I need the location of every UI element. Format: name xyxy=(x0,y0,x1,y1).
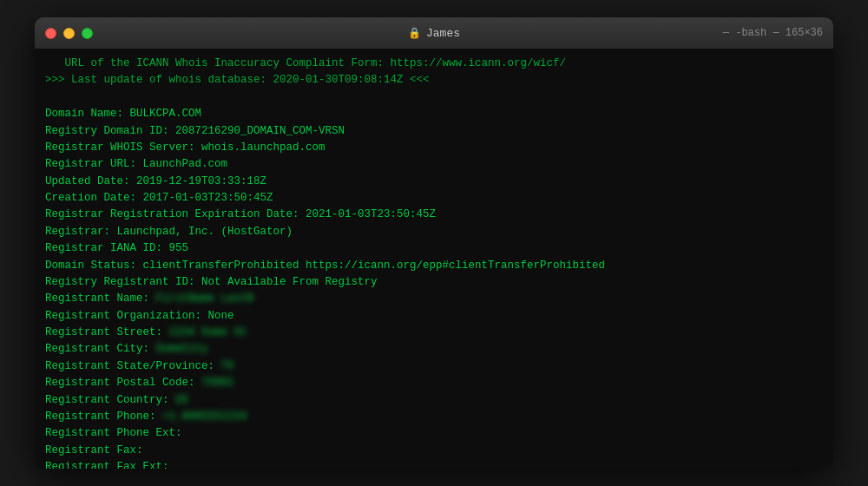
traffic-lights xyxy=(45,28,93,39)
terminal-line-blank1 xyxy=(45,89,823,106)
terminal-line-regcity: Registrant City: SomeCity xyxy=(45,341,823,358)
terminal-line-regfax: Registrant Fax: xyxy=(45,443,823,459)
terminal-line-updated: Updated Date: 2019-12-19T03:33:18Z xyxy=(45,174,823,190)
redacted-postal: 75001 xyxy=(201,375,234,391)
terminal-line-regstate: Registrant State/Province: TX xyxy=(45,358,823,375)
terminal-line-icann: URL of the ICANN Whois Inaccuracy Compla… xyxy=(45,56,823,72)
redacted-state: TX xyxy=(221,358,234,375)
terminal-line-iana: Registrar IANA ID: 955 xyxy=(45,240,823,257)
maximize-button[interactable] xyxy=(82,28,93,39)
terminal-line-lastupdate: >>> Last update of whois database: 2020-… xyxy=(45,72,823,89)
minimize-button[interactable] xyxy=(63,28,75,39)
terminal-line-whois: Registrar WHOIS Server: whois.launchpad.… xyxy=(45,140,823,156)
redacted-city: SomeCity xyxy=(156,341,208,358)
window-title: James xyxy=(426,27,460,40)
terminal-line-url: Registrar URL: LaunchPad.com xyxy=(45,156,823,173)
lock-icon: 🔒 xyxy=(408,27,421,40)
terminal-line-domainname: Domain Name: BULKCPA.COM xyxy=(45,106,823,122)
terminal-line-regstreet: Registrant Street: 1234 Some St xyxy=(45,325,823,341)
terminal-line-regorg: Registrant Organization: None xyxy=(45,308,823,325)
terminal-line-creation: Creation Date: 2017-01-03T23:50:45Z xyxy=(45,190,823,207)
terminal-line-regfaxext: Registrant Fax Ext: xyxy=(45,459,823,469)
redacted-country: US xyxy=(175,392,188,409)
terminal-line-regpostal: Registrant Postal Code: 75001 xyxy=(45,375,823,391)
terminal-line-regid: Registry Registrant ID: Not Available Fr… xyxy=(45,274,823,291)
titlebar-center: 🔒 James xyxy=(408,27,460,40)
terminal-body[interactable]: URL of the ICANN Whois Inaccuracy Compla… xyxy=(35,49,833,469)
terminal-line-registryid: Registry Domain ID: 2087216290_DOMAIN_CO… xyxy=(45,123,823,140)
redacted-phone: +1.8005551234 xyxy=(162,409,247,425)
titlebar: 🔒 James — -bash — 165×36 xyxy=(35,17,833,49)
titlebar-subtitle: — -bash — 165×36 xyxy=(723,27,823,39)
close-button[interactable] xyxy=(45,28,56,39)
terminal-line-status: Domain Status: clientTransferProhibited … xyxy=(45,258,823,274)
terminal-line-registrar: Registrar: Launchpad, Inc. (HostGator) xyxy=(45,224,823,240)
redacted-name: FirstName LastN xyxy=(156,291,254,307)
terminal-window: 🔒 James — -bash — 165×36 URL of the ICAN… xyxy=(35,17,833,469)
terminal-line-regname: Registrant Name: FirstName LastN xyxy=(45,291,823,307)
redacted-street: 1234 Some St xyxy=(169,325,247,341)
terminal-line-regcountry: Registrant Country: US xyxy=(45,392,823,409)
terminal-line-expiration: Registrar Registration Expiration Date: … xyxy=(45,207,823,223)
terminal-line-regphone: Registrant Phone: +1.8005551234 xyxy=(45,409,823,425)
terminal-line-regphoneext: Registrant Phone Ext: xyxy=(45,425,823,442)
